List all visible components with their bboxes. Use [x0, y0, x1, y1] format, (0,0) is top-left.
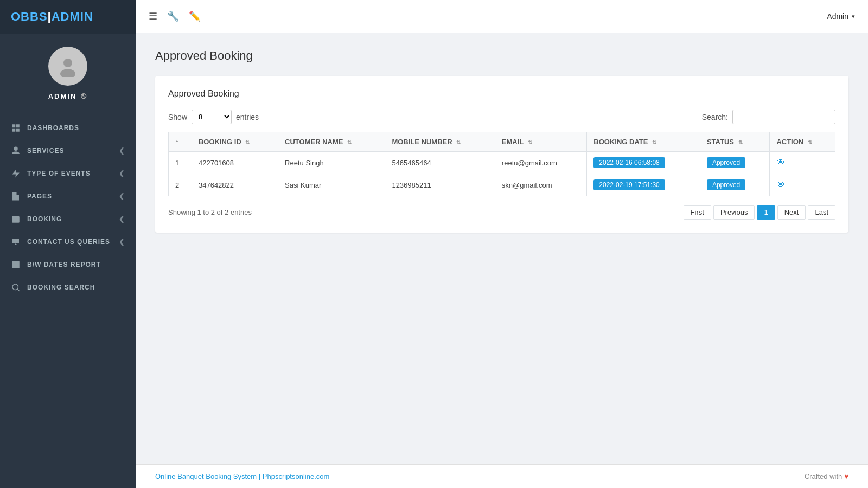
- sidebar-item-bw-dates-report[interactable]: B/W DATES REPORT: [0, 253, 136, 276]
- table-controls: Show 8 10 25 50 100 entries Search:: [168, 110, 835, 124]
- top-header: ☰ 🔧 ✏️ Admin ▾: [136, 0, 868, 33]
- report-icon: [11, 260, 21, 269]
- table-row: 2 347642822 Sasi Kumar 1236985211 skn@gm…: [169, 174, 835, 196]
- cell-booking-id: 422701608: [192, 152, 278, 174]
- cell-action: 👁: [770, 174, 835, 196]
- cell-status: Approved: [700, 174, 770, 196]
- logout-button[interactable]: ⎋: [81, 91, 87, 101]
- pen-icon[interactable]: ✏️: [189, 10, 201, 22]
- footer-left: Online Banquet Booking System | Phpscrip…: [155, 472, 329, 480]
- main-card: Approved Booking Show 8 10 25 50 100 ent…: [155, 76, 848, 233]
- first-page-button[interactable]: First: [684, 205, 711, 220]
- col-email[interactable]: EMAIL ⇅: [495, 132, 586, 152]
- previous-page-button[interactable]: Previous: [713, 205, 755, 220]
- cell-email: skn@gmail.com: [495, 174, 586, 196]
- col-booking-date[interactable]: BOOKING DATE ⇅: [587, 132, 700, 152]
- svg-rect-4: [12, 129, 15, 132]
- svg-point-9: [12, 284, 18, 290]
- footer-right: Crafted with ♥: [805, 472, 848, 480]
- sidebar-item-label: DASHBOARDS: [27, 124, 79, 132]
- sidebar-item-dashboards[interactable]: DASHBOARDS: [0, 117, 136, 139]
- dashboards-icon: [11, 123, 21, 133]
- search-input[interactable]: [732, 110, 835, 124]
- sidebar: OBBS|ADMIN ADMIN ⎋ DASHBOARDS: [0, 0, 136, 488]
- avatar: [48, 47, 87, 86]
- footer-link[interactable]: Phpscriptsonline.com: [263, 472, 330, 480]
- pagination-row: Showing 1 to 2 of 2 entries First Previo…: [168, 205, 835, 220]
- col-action[interactable]: ACTION ⇅: [770, 132, 835, 152]
- sidebar-item-label: BOOKING: [27, 215, 62, 223]
- view-button[interactable]: 👁: [776, 158, 785, 167]
- chevron-down-icon: ▾: [852, 13, 855, 20]
- search-icon: [11, 282, 21, 292]
- cell-booking-id: 347642822: [192, 174, 278, 196]
- svg-rect-2: [12, 124, 15, 127]
- chevron-icon: ❮: [119, 147, 125, 155]
- view-button[interactable]: 👁: [776, 180, 785, 189]
- search-box: Search:: [702, 110, 835, 124]
- sidebar-item-booking[interactable]: BOOKING ❮: [0, 208, 136, 230]
- chevron-icon: ❮: [119, 238, 125, 246]
- sidebar-item-label: B/W DATES REPORT: [27, 261, 101, 268]
- header-left: ☰ 🔧 ✏️: [149, 10, 201, 22]
- menu-icon[interactable]: ☰: [149, 10, 157, 22]
- heart-icon: ♥: [844, 472, 848, 480]
- profile-name-row: ADMIN ⎋: [48, 91, 88, 101]
- svg-rect-3: [16, 124, 20, 127]
- svg-point-1: [60, 69, 75, 77]
- sidebar-nav: DASHBOARDS SERVICES ❮ TYPE OF EVENTS ❮: [0, 111, 136, 488]
- chevron-icon: ❮: [119, 170, 125, 177]
- cell-mobile-number: 1236985211: [385, 174, 495, 196]
- footer: Online Banquet Booking System | Phpscrip…: [136, 464, 868, 488]
- admin-dropdown[interactable]: Admin ▾: [827, 12, 855, 21]
- services-icon: [11, 146, 21, 156]
- cell-num: 2: [169, 174, 192, 196]
- sidebar-item-label: CONTACT US QUERIES: [27, 238, 110, 246]
- search-label: Search:: [702, 113, 728, 121]
- table-row: 1 422701608 Reetu Singh 5465465464 reetu…: [169, 152, 835, 174]
- cell-status: Approved: [700, 152, 770, 174]
- entries-select[interactable]: 8 10 25 50 100: [192, 110, 232, 124]
- cell-num: 1: [169, 152, 192, 174]
- col-status[interactable]: STATUS ⇅: [700, 132, 770, 152]
- sidebar-item-booking-search[interactable]: BOOKING SEARCH: [0, 276, 136, 299]
- sidebar-item-contact-us-queries[interactable]: CONTACT US QUERIES ❮: [0, 230, 136, 253]
- crafted-text: Crafted with: [805, 472, 842, 480]
- pages-icon: [11, 191, 21, 201]
- cell-booking-date: 2022-02-16 06:58:08: [587, 152, 700, 174]
- current-page-button[interactable]: 1: [757, 205, 775, 220]
- brand-logo: OBBS|ADMIN: [0, 0, 136, 34]
- last-page-button[interactable]: Last: [808, 205, 835, 220]
- col-mobile-number[interactable]: MOBILE NUMBER ⇅: [385, 132, 495, 152]
- booking-icon: [11, 214, 21, 224]
- profile-name-label: ADMIN: [48, 92, 77, 100]
- col-num[interactable]: ↑: [169, 132, 192, 152]
- svg-rect-7: [12, 216, 20, 223]
- chevron-icon: ❮: [119, 215, 125, 223]
- brand-name-part2: ADMIN: [52, 10, 93, 23]
- entries-label: entries: [236, 113, 259, 121]
- col-customer-name[interactable]: CUTOMER NAME ⇅: [278, 132, 385, 152]
- cell-mobile-number: 5465465464: [385, 152, 495, 174]
- svg-rect-8: [12, 261, 20, 268]
- admin-label: Admin: [827, 12, 848, 21]
- svg-rect-5: [16, 129, 20, 132]
- cell-customer-name: Sasi Kumar: [278, 174, 385, 196]
- show-entries: Show 8 10 25 50 100 entries: [168, 110, 259, 124]
- next-page-button[interactable]: Next: [777, 205, 806, 220]
- sidebar-item-label: BOOKING SEARCH: [27, 284, 95, 291]
- sidebar-item-pages[interactable]: PAGES ❮: [0, 185, 136, 208]
- content-body: Approved Booking Approved Booking Show 8…: [136, 33, 868, 464]
- main-area: ☰ 🔧 ✏️ Admin ▾ Approved Booking Approved…: [136, 0, 868, 488]
- sidebar-item-type-of-events[interactable]: TYPE OF EVENTS ❮: [0, 162, 136, 185]
- brand-separator: |: [48, 10, 52, 23]
- booking-table: ↑ BOOKING ID ⇅ CUTOMER NAME ⇅ MOBILE NUM…: [168, 132, 835, 196]
- wrench-icon[interactable]: 🔧: [167, 10, 179, 22]
- svg-point-0: [63, 59, 72, 67]
- contact-icon: [11, 237, 21, 247]
- card-title: Approved Booking: [168, 89, 835, 99]
- sidebar-item-services[interactable]: SERVICES ❮: [0, 139, 136, 162]
- col-booking-id[interactable]: BOOKING ID ⇅: [192, 132, 278, 152]
- cell-booking-date: 2022-02-19 17:51:30: [587, 174, 700, 196]
- show-label: Show: [168, 113, 187, 121]
